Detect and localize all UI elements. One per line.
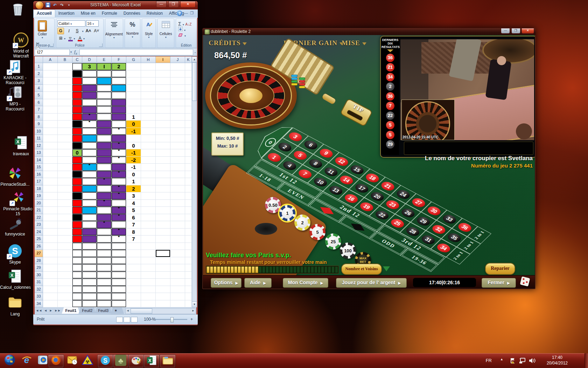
cell-K24[interactable] (185, 229, 192, 236)
cell-F1[interactable]: 2 (112, 63, 126, 70)
cell-E32[interactable] (97, 286, 112, 293)
tab-revision[interactable]: Révision (144, 10, 166, 17)
cell-E17[interactable]: * (97, 178, 112, 185)
font-dialog-launcher-icon[interactable] (99, 43, 103, 47)
cell-E31[interactable] (97, 279, 112, 286)
mon-compte-button[interactable]: Mon Compte▶ (283, 278, 328, 288)
cell-B22[interactable] (58, 214, 72, 222)
cell-F22[interactable]: * (112, 214, 126, 222)
cell-A8[interactable] (43, 114, 58, 121)
cell-D29[interactable] (82, 264, 97, 272)
font-size-select[interactable]: 16 ▾ (86, 20, 99, 27)
cell-A1[interactable] (43, 63, 58, 70)
cell-C9[interactable] (72, 121, 82, 128)
cell-K22[interactable] (185, 214, 192, 222)
zoom-slider-knob[interactable] (170, 317, 174, 322)
cell-D12[interactable] (82, 142, 97, 150)
chip-2[interactable]: 2 (294, 214, 310, 231)
row-header-22[interactable]: 22 (35, 214, 43, 222)
cell-C18[interactable] (72, 185, 82, 193)
cell-C3[interactable] (72, 77, 82, 85)
cell-H25[interactable] (141, 236, 156, 243)
cell-D13[interactable] (82, 149, 97, 157)
row-header-32[interactable]: 32 (35, 286, 43, 293)
desktop-icon-funnyvoice[interactable]: funnyvoice (0, 218, 30, 237)
cell-G25[interactable]: 7 (126, 236, 141, 243)
cell-D25[interactable] (82, 236, 97, 243)
cell-A13[interactable] (43, 149, 58, 157)
row-header-11[interactable]: 11 (35, 135, 43, 142)
shrink-font-button[interactable]: A˅ (93, 28, 100, 34)
cell-G34[interactable] (126, 300, 141, 308)
cell-B7[interactable] (58, 106, 72, 114)
cell-E6[interactable] (97, 99, 112, 107)
cell-F16[interactable]: * (112, 171, 126, 178)
cell-G31[interactable] (126, 279, 141, 286)
cell-E20[interactable]: * (97, 200, 112, 207)
cell-H10[interactable] (141, 128, 156, 135)
chip-1[interactable]: 1 (279, 205, 295, 221)
cell-G11[interactable] (126, 135, 141, 142)
reparier-button[interactable]: Reparier (485, 263, 515, 275)
cell-E10[interactable] (97, 128, 112, 135)
tab-formules[interactable]: Formule (99, 10, 120, 17)
cell-K21[interactable] (185, 207, 192, 214)
cell-B29[interactable] (58, 264, 72, 272)
cell-E23[interactable]: * (97, 221, 112, 229)
font-color-icon[interactable]: A (77, 35, 83, 42)
cell-I27[interactable] (156, 250, 170, 257)
fermer-button[interactable]: Fermer▶ (482, 278, 516, 288)
cell-G26[interactable] (126, 243, 141, 250)
desktop-icon-traveaux[interactable]: X traveaux (6, 135, 36, 156)
cell-K11[interactable] (185, 135, 192, 142)
cell-B17[interactable] (58, 178, 72, 185)
cell-C31[interactable] (72, 279, 82, 286)
tab-accueil[interactable]: Accueil (33, 9, 55, 17)
row-header-29[interactable]: 29 (35, 264, 43, 272)
cell-B24[interactable] (58, 229, 72, 236)
cell-I11[interactable] (156, 135, 170, 142)
row-header-19[interactable]: 19 (35, 192, 43, 200)
cell-K27[interactable] (185, 250, 192, 257)
cell-G5[interactable] (126, 92, 141, 99)
cell-H5[interactable] (141, 92, 156, 99)
column-header-J[interactable]: J (170, 56, 185, 63)
row-header-16[interactable]: 16 (35, 171, 43, 178)
cell-B3[interactable] (58, 77, 72, 85)
cell-C29[interactable] (72, 264, 82, 272)
cell-B34[interactable] (58, 300, 72, 308)
close-button[interactable]: ✕ (522, 28, 534, 34)
cell-G29[interactable] (126, 264, 141, 272)
cell-I17[interactable] (156, 178, 170, 185)
cell-E15[interactable] (97, 164, 112, 171)
cell-C30[interactable] (72, 272, 82, 279)
cell-I25[interactable] (156, 236, 170, 243)
cell-C19[interactable] (72, 192, 82, 200)
cell-J15[interactable] (170, 164, 185, 171)
cell-J33[interactable] (170, 293, 185, 300)
cell-B6[interactable] (58, 99, 72, 107)
cell-C10[interactable] (72, 128, 82, 135)
cell-B14[interactable] (58, 157, 72, 164)
align-center-icon[interactable] (105, 22, 123, 29)
cell-F28[interactable] (112, 257, 126, 265)
cell-G7[interactable] (126, 106, 141, 114)
cell-C6[interactable] (72, 99, 82, 107)
cell-A15[interactable] (43, 164, 58, 171)
cell-H18[interactable] (141, 185, 156, 193)
cell-K5[interactable] (185, 92, 192, 99)
cell-K26[interactable] (185, 243, 192, 250)
workbook-restore-icon[interactable]: ❐ (190, 11, 194, 15)
cell-D3[interactable] (82, 77, 97, 85)
cell-I32[interactable] (156, 286, 170, 293)
row-header-4[interactable]: 4 (35, 85, 43, 92)
cell-F19[interactable]: * (112, 192, 126, 200)
cell-K18[interactable] (185, 185, 192, 193)
cell-B31[interactable] (58, 279, 72, 286)
borders-icon[interactable]: ⊞ (57, 35, 64, 42)
taskbar-item-nuclear-app[interactable]: ☢ (80, 354, 95, 367)
scroll-right-icon[interactable]: ► (191, 308, 195, 314)
row-header-23[interactable]: 23 (35, 221, 43, 229)
cell-C2[interactable] (72, 70, 82, 78)
sheet-tab-feuil2[interactable]: Feuil2 (78, 307, 96, 314)
